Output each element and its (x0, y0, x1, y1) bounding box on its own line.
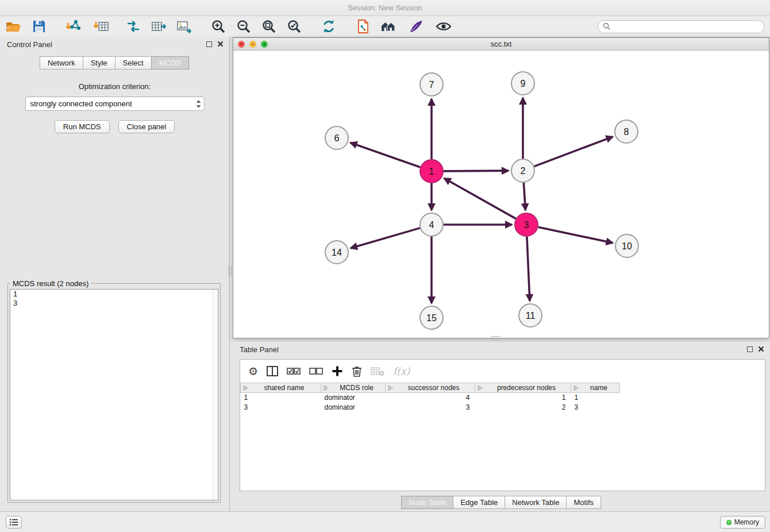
table-cell: dominator (321, 403, 386, 413)
close-window-icon[interactable] (238, 41, 245, 48)
home-button[interactable] (379, 18, 398, 35)
zoom-fit-button[interactable] (260, 18, 278, 35)
result-scrollbar[interactable] (213, 290, 218, 500)
delete-table-icon[interactable] (371, 366, 384, 376)
table-cell: 3 (571, 403, 620, 413)
edge-3-10[interactable] (538, 227, 613, 242)
mcds-result-title: MCDS result (2 nodes) (10, 279, 91, 288)
memory-button[interactable]: Memory (720, 516, 765, 529)
table-tab-motifs[interactable]: Motifs (566, 496, 601, 509)
network-canvas[interactable]: 7968124314101511 (233, 51, 769, 338)
network-window-titlebar[interactable]: scc.txt (233, 38, 769, 51)
table-row[interactable]: 1dominator411 (241, 393, 620, 403)
save-session-button[interactable] (30, 18, 48, 35)
zoom-in-button[interactable] (209, 18, 228, 35)
criterion-select[interactable]: strongly connected component (25, 97, 205, 111)
float-panel-icon[interactable] (206, 41, 212, 47)
add-column-plus-icon[interactable] (332, 365, 343, 377)
graph-node-label-10: 10 (622, 241, 632, 251)
table-tab-node-table[interactable]: Node Table (401, 496, 454, 509)
graph-node-label-3: 3 (524, 220, 529, 230)
mcds-result-box[interactable]: 13 (10, 289, 218, 500)
edge-2-3[interactable] (523, 183, 525, 210)
tab-network[interactable]: Network (40, 56, 83, 70)
unselect-all-columns-icon[interactable] (309, 367, 323, 375)
import-network-button[interactable] (64, 18, 83, 35)
column-header-mcds-role[interactable]: MCDS role (321, 383, 386, 393)
new-network-button[interactable] (124, 18, 143, 35)
close-table-panel-icon[interactable] (758, 346, 764, 352)
split-panel-icon[interactable] (267, 366, 278, 376)
refresh-layout-button[interactable] (319, 18, 338, 35)
float-table-panel-icon[interactable] (747, 346, 753, 352)
mcds-result-group: MCDS result (2 nodes) 13 (7, 283, 221, 503)
mcds-result-line: 1 (10, 290, 218, 299)
import-table-button[interactable] (92, 18, 110, 35)
table-toolbar: ⚙ (240, 360, 765, 383)
panel-divider-grip[interactable] (229, 265, 232, 276)
search-box[interactable] (598, 20, 764, 33)
column-header-name[interactable]: name (571, 383, 620, 393)
column-header-successor-nodes[interactable]: successor nodes (386, 383, 475, 393)
table-tab-network-table[interactable]: Network Table (505, 496, 567, 509)
search-icon (603, 22, 611, 30)
network-arrows-icon (125, 18, 141, 34)
close-panel-button[interactable]: Close panel (118, 120, 175, 133)
search-input[interactable] (611, 22, 759, 31)
table-row[interactable]: 3dominator323 (241, 403, 620, 413)
tab-select[interactable]: Select (115, 56, 152, 70)
table-tab-edge-table[interactable]: Edge Table (453, 496, 505, 509)
table-settings-gear-icon[interactable]: ⚙ (248, 366, 258, 377)
graph-node-label-1: 1 (429, 167, 434, 176)
edge-1-6[interactable] (351, 142, 421, 167)
network-window-title: scc.txt (491, 40, 512, 48)
zoom-out-button[interactable] (234, 18, 253, 35)
refresh-icon (321, 18, 337, 34)
open-folder-button[interactable] (5, 18, 23, 35)
minimize-window-icon[interactable] (249, 41, 256, 48)
horizontal-divider-grip[interactable] (491, 336, 500, 339)
window-titlebar[interactable]: Session: New Session (0, 0, 770, 16)
graph-node-label-11: 11 (526, 311, 536, 321)
zoom-selected-icon (287, 19, 302, 34)
edge-3-11[interactable] (527, 237, 530, 301)
export-image-button[interactable] (175, 18, 193, 35)
edge-4-14[interactable] (351, 228, 420, 248)
select-all-columns-icon[interactable] (287, 367, 301, 375)
graph-node-label-4: 4 (429, 220, 434, 230)
application-window: Session: New Session (0, 0, 770, 532)
table-header-row: shared nameMCDS rolesuccessor nodesprede… (241, 383, 620, 393)
show-hide-graphics-button[interactable] (434, 18, 453, 35)
column-header-predecessor-nodes[interactable]: predecessor nodes (475, 383, 571, 393)
network-graph[interactable]: 7968124314101511 (233, 51, 769, 338)
delete-column-trash-icon[interactable] (352, 365, 362, 377)
zoom-selected-button[interactable] (285, 18, 303, 35)
table-cell: 1 (571, 393, 620, 403)
tab-mcds[interactable]: MCDS (151, 56, 189, 70)
graph-node-label-6: 6 (334, 133, 340, 143)
zoom-fit-icon (261, 19, 276, 34)
apply-style-button[interactable] (407, 18, 425, 35)
show-panels-button[interactable] (6, 516, 22, 529)
control-panel-tabs: NetworkStyleSelectMCDS (0, 56, 229, 70)
close-panel-icon[interactable] (217, 41, 224, 47)
edge-3-1[interactable] (444, 178, 516, 218)
memory-label: Memory (734, 518, 759, 526)
run-mcds-button[interactable]: Run MCDS (55, 120, 110, 133)
control-panel-title: Control Panel (7, 40, 52, 49)
graph-node-label-8: 8 (624, 127, 629, 137)
column-header-shared-name[interactable]: shared name (241, 383, 321, 393)
save-icon (32, 20, 46, 33)
edge-1-2[interactable] (444, 171, 509, 171)
open-session-button[interactable] (354, 18, 372, 35)
open-folder-icon (6, 20, 21, 33)
function-builder-icon[interactable]: f(x) (393, 365, 410, 377)
mcds-result-line: 3 (10, 299, 218, 308)
export-table-button[interactable] (149, 18, 168, 35)
tab-style[interactable]: Style (83, 56, 116, 70)
zoom-window-icon[interactable] (261, 41, 268, 48)
table-panel-tabs: Node TableEdge TableNetwork TableMotifs (233, 496, 770, 509)
zoom-out-icon (236, 19, 251, 34)
export-image-icon (176, 18, 192, 34)
edge-2-8[interactable] (534, 137, 613, 167)
